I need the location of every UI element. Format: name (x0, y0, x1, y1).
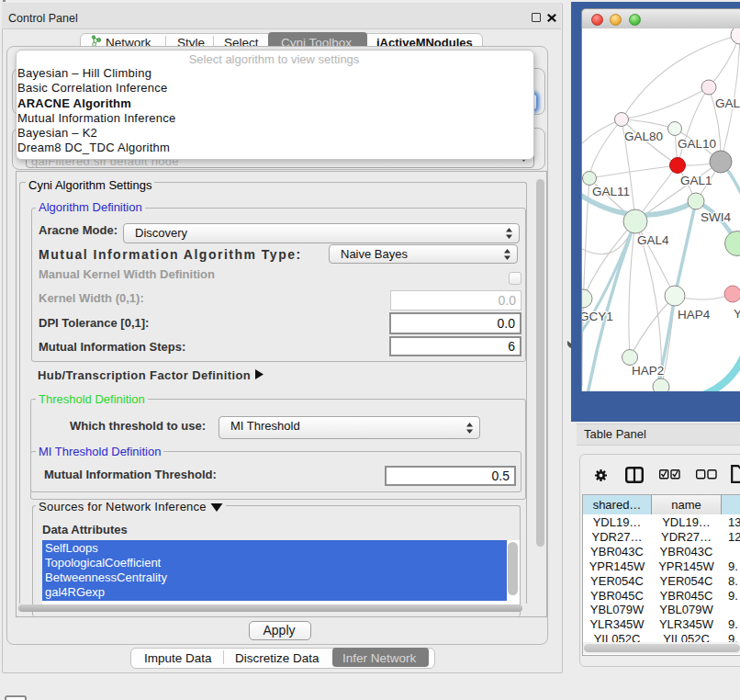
svg-text:HAP4: HAP4 (678, 308, 711, 322)
svg-text:GAL4: GAL4 (637, 233, 669, 247)
svg-text:GAL80: GAL80 (624, 130, 663, 143)
svg-text:GAL1: GAL1 (680, 174, 712, 187)
svg-text:GAL: GAL (715, 96, 740, 110)
svg-text:HAP2: HAP2 (632, 364, 664, 378)
svg-text:SWI4: SWI4 (701, 210, 731, 224)
svg-text:Y: Y (734, 307, 740, 321)
svg-text:GAL10: GAL10 (678, 137, 716, 151)
svg-text:GCY1: GCY1 (582, 310, 613, 323)
svg-text:GAL11: GAL11 (592, 185, 630, 198)
